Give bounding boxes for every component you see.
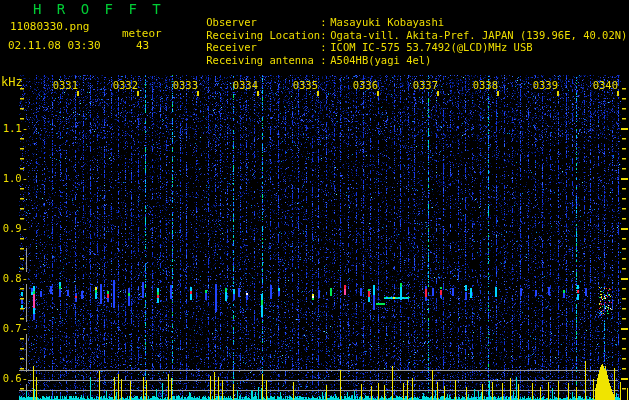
freq-tick-label: 0.9- [0, 222, 28, 234]
time-tick-label: 0333 [171, 79, 198, 91]
info-value: A504HB(yagi 4el) [330, 54, 431, 66]
freq-tick-label: 0.7- [0, 322, 28, 334]
meteor-count: 43 [136, 40, 149, 52]
info-separator: : [320, 54, 330, 66]
time-tick-label: 0340 [591, 79, 618, 91]
time-tick-label: 0337 [411, 79, 438, 91]
time-tick-label: 0339 [531, 79, 558, 91]
freq-tick-label: 1.1- [0, 122, 28, 134]
time-tick-label: 0338 [471, 79, 498, 91]
time-tick-label: 0335 [291, 79, 318, 91]
time-tick-label: 0332 [111, 79, 138, 91]
file-name: 11080330.png [10, 21, 89, 33]
time-tick-label: 0334 [231, 79, 258, 91]
freq-tick-label: 1.0- [0, 172, 28, 184]
app-title: H R O F F T [33, 2, 164, 17]
datetime: 02.11.08 03:30 [8, 40, 101, 52]
freq-tick-label: 0.8- [0, 272, 28, 284]
frequency-unit-label: kHz [1, 76, 23, 89]
time-tick-label: 0331 [51, 79, 78, 91]
time-tick-label: 0336 [351, 79, 378, 91]
info-row-receiving-antenna: Receiving antenna:A504HB(yagi 4el) [181, 42, 431, 78]
freq-tick-label: 0.6- [0, 372, 28, 384]
hrofft-window: H R O F F T 11080330.png meteor 02.11.08… [0, 0, 629, 400]
info-label: Receiving antenna [206, 54, 320, 66]
